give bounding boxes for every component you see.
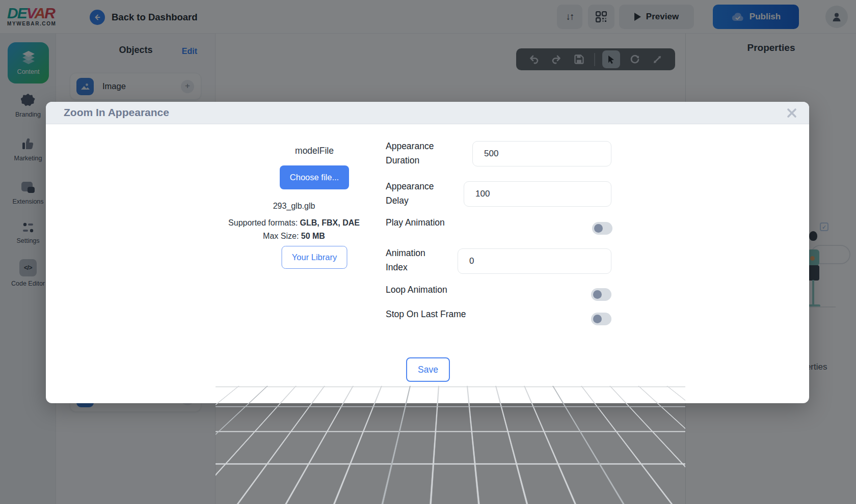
supported-formats-value: GLB, FBX, DAE xyxy=(300,218,360,227)
stop-on-last-frame-toggle[interactable] xyxy=(591,313,611,325)
supported-formats-text: Supported formats: GLB, FBX, DAE xyxy=(228,218,360,228)
zoom-in-appearance-modal: Zoom In Appearance modelFile Choose file… xyxy=(46,102,809,403)
close-icon xyxy=(786,107,798,119)
appearance-duration-label: Appearance Duration xyxy=(386,139,434,167)
save-button[interactable]: Save xyxy=(406,357,450,382)
modal-title: Zoom In Appearance xyxy=(64,106,169,119)
max-size-value: 50 MB xyxy=(301,232,325,240)
max-size-label: Max Size: xyxy=(263,232,301,240)
supported-formats-label: Supported formats: xyxy=(228,218,300,227)
choose-file-button[interactable]: Choose file... xyxy=(280,165,349,189)
loop-animation-toggle[interactable] xyxy=(591,288,611,301)
toggle-knob xyxy=(593,315,602,323)
play-animation-toggle[interactable] xyxy=(592,222,612,235)
max-size-text: Max Size: 50 MB xyxy=(263,232,325,241)
model-file-label: modelFile xyxy=(295,146,334,156)
appearance-delay-input[interactable] xyxy=(464,181,611,207)
animation-index-label: Animation Index xyxy=(386,246,425,274)
loop-animation-label: Loop Animation xyxy=(386,283,447,297)
toggle-knob xyxy=(593,290,602,299)
model-filename: 293_glb.glb xyxy=(273,202,315,211)
modal-header: Zoom In Appearance xyxy=(46,102,809,124)
toggle-knob xyxy=(594,224,603,233)
modal-close-button[interactable] xyxy=(785,106,799,120)
play-animation-label: Play Animation xyxy=(386,215,445,230)
mywebar-editor: DEVAR MYWEBAR.COM Back to Dashboard ↓↑ P… xyxy=(0,0,856,504)
appearance-delay-label: Appearance Delay xyxy=(386,179,434,208)
your-library-button[interactable]: Your Library xyxy=(282,246,347,269)
animation-index-input[interactable] xyxy=(458,248,611,274)
appearance-duration-input[interactable] xyxy=(472,141,611,166)
stop-on-last-frame-label: Stop On Last Frame xyxy=(386,307,466,321)
